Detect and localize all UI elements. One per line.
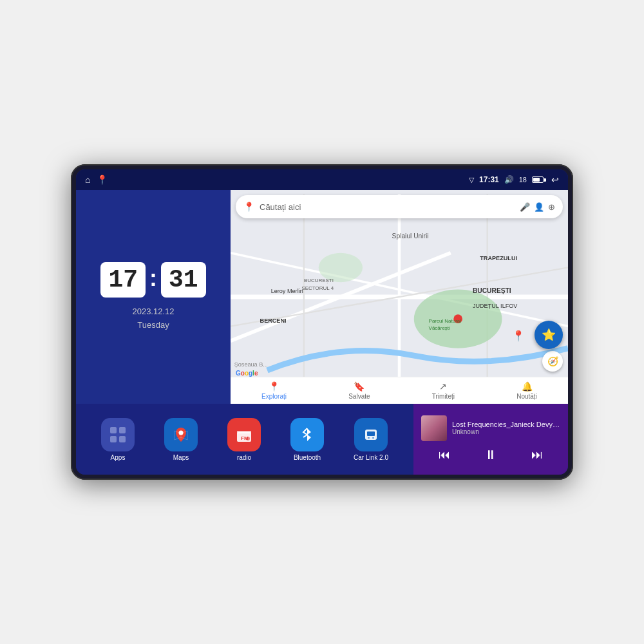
play-pause-button[interactable]: ⏸	[479, 446, 502, 464]
carlink-icon	[354, 418, 388, 451]
clock-minutes: 31	[161, 262, 206, 298]
carlink-label: Car Link 2.0	[354, 454, 388, 461]
battery-icon	[532, 176, 546, 183]
music-controls: ⏮ ⏸ ⏭	[421, 446, 560, 464]
next-button[interactable]: ⏭	[526, 447, 548, 463]
explore-label: Explorați	[261, 393, 287, 400]
account-icon[interactable]: 👤	[534, 202, 544, 212]
map-panel[interactable]: 📍 Căutați aici 🎤 👤 ⊕	[231, 190, 568, 404]
svg-text:BUCUREȘTI: BUCUREȘTI	[304, 278, 334, 283]
svg-text:Leroy Merlin: Leroy Merlin	[271, 288, 303, 294]
status-bar: ⌂ 📍 ▽ 17:31 🔊 18 ↩	[76, 169, 568, 190]
app-item-apps[interactable]: Apps	[101, 418, 135, 461]
saved-label: Salvate	[348, 393, 370, 400]
svg-rect-37	[372, 437, 374, 439]
news-label: Noutăți	[516, 393, 537, 400]
signal-icon: ▽	[469, 176, 474, 184]
svg-text:Splaiul Unirii: Splaiul Unirii	[392, 232, 429, 240]
album-art	[421, 415, 447, 441]
google-logo: Google	[236, 370, 258, 377]
prev-button[interactable]: ⏮	[433, 447, 455, 463]
apps-label: Apps	[111, 454, 126, 461]
map-pin-icon: 📍	[243, 202, 254, 212]
layers-icon[interactable]: ⊕	[548, 202, 555, 212]
clock-hours: 17	[100, 262, 146, 298]
svg-text:BERCENI: BERCENI	[260, 317, 287, 324]
map-nav-share[interactable]: ↗ Trimiteți	[432, 381, 455, 400]
share-icon: ↗	[439, 381, 447, 392]
svg-text:📍: 📍	[512, 330, 525, 342]
svg-rect-23	[110, 427, 117, 433]
clock-panel: 17 : 31 2023.12.12 Tuesday	[76, 190, 231, 404]
svg-text:Șoseaua B...: Șoseaua B...	[234, 361, 268, 368]
svg-text:JUDEȚUL ILFOV: JUDEȚUL ILFOV	[473, 303, 518, 309]
map-nav-news[interactable]: 🔔 Noutăți	[516, 381, 537, 400]
svg-rect-35	[367, 431, 375, 436]
svg-rect-36	[368, 437, 370, 439]
music-title: Lost Frequencies_Janieck Devy-...	[452, 421, 560, 428]
bluetooth-label: Bluetooth	[294, 454, 321, 461]
volume-level: 18	[519, 176, 527, 184]
volume-icon: 🔊	[504, 175, 514, 184]
svg-text:TRAPEZULUI: TRAPEZULUI	[480, 255, 517, 261]
start-navigation-button[interactable]: ⭐	[535, 321, 563, 349]
map-search-bar[interactable]: 📍 Căutați aici 🎤 👤 ⊕	[236, 195, 563, 218]
radio-icon: FM	[227, 418, 261, 451]
time-display: 17:31	[479, 175, 499, 184]
mic-icon[interactable]: 🎤	[520, 202, 530, 212]
music-info: Lost Frequencies_Janieck Devy-... Unknow…	[421, 415, 560, 441]
clock-date: 2023.12.12 Tuesday	[132, 305, 174, 332]
svg-text:SECTORUL 4: SECTORUL 4	[301, 285, 334, 291]
bluetooth-icon	[290, 418, 324, 451]
status-right: ▽ 17:31 🔊 18 ↩	[469, 175, 559, 185]
svg-rect-31	[237, 431, 251, 433]
svg-rect-26	[119, 436, 126, 442]
radio-label: radio	[237, 454, 251, 461]
explore-icon: 📍	[269, 381, 279, 392]
map-background: Splaiul Unirii TRAPEZULUI BUCUREȘTI JUDE…	[231, 190, 568, 404]
saved-icon: 🔖	[354, 381, 365, 392]
app-item-carlink[interactable]: Car Link 2.0	[354, 418, 388, 461]
share-label: Trimiteți	[432, 393, 455, 400]
app-item-maps[interactable]: Maps	[164, 418, 198, 461]
svg-point-33	[246, 437, 250, 440]
svg-text:BUCUREȘTI: BUCUREȘTI	[473, 287, 511, 294]
map-nav-explore[interactable]: 📍 Explorați	[261, 381, 287, 400]
apps-section: Apps Maps	[76, 404, 413, 475]
home-icon[interactable]: ⌂	[85, 175, 90, 185]
main-content: 17 : 31 2023.12.12 Tuesday 📍 Căutați aic…	[76, 190, 568, 475]
top-section: 17 : 31 2023.12.12 Tuesday 📍 Căutați aic…	[76, 190, 568, 404]
svg-text:Văcărești: Văcărești	[429, 325, 450, 331]
maps-nav-icon[interactable]: 📍	[97, 175, 108, 185]
map-search-text[interactable]: Căutați aici	[260, 202, 515, 212]
map-nav-saved[interactable]: 🔖 Salvate	[348, 381, 370, 400]
map-bottom-bar: 📍 Explorați 🔖 Salvate ↗ Trimiteți 🔔	[231, 377, 568, 404]
device-frame: ⌂ 📍 ▽ 17:31 🔊 18 ↩	[71, 164, 573, 480]
bottom-section: Apps Maps	[76, 404, 568, 475]
svg-rect-24	[119, 427, 126, 433]
music-text: Lost Frequencies_Janieck Devy-... Unknow…	[452, 421, 560, 435]
device-screen: ⌂ 📍 ▽ 17:31 🔊 18 ↩	[76, 169, 568, 475]
news-icon: 🔔	[522, 381, 533, 392]
compass-button[interactable]: 🧭	[542, 351, 563, 372]
clock-colon: :	[149, 265, 157, 292]
apps-icon	[101, 418, 135, 451]
clock-display: 17 : 31	[100, 262, 205, 298]
back-icon[interactable]: ↩	[551, 175, 559, 185]
music-artist: Unknown	[452, 428, 560, 435]
music-player: Lost Frequencies_Janieck Devy-... Unknow…	[413, 404, 568, 475]
app-item-bluetooth[interactable]: Bluetooth	[290, 418, 324, 461]
maps-label: Maps	[173, 454, 189, 461]
app-item-radio[interactable]: FM radio	[227, 418, 261, 461]
maps-icon	[164, 418, 198, 451]
status-left: ⌂ 📍	[85, 175, 108, 185]
svg-rect-25	[110, 436, 117, 442]
map-search-actions: 🎤 👤 ⊕	[520, 202, 555, 212]
svg-text:Parcul Natural: Parcul Natural	[429, 318, 462, 324]
